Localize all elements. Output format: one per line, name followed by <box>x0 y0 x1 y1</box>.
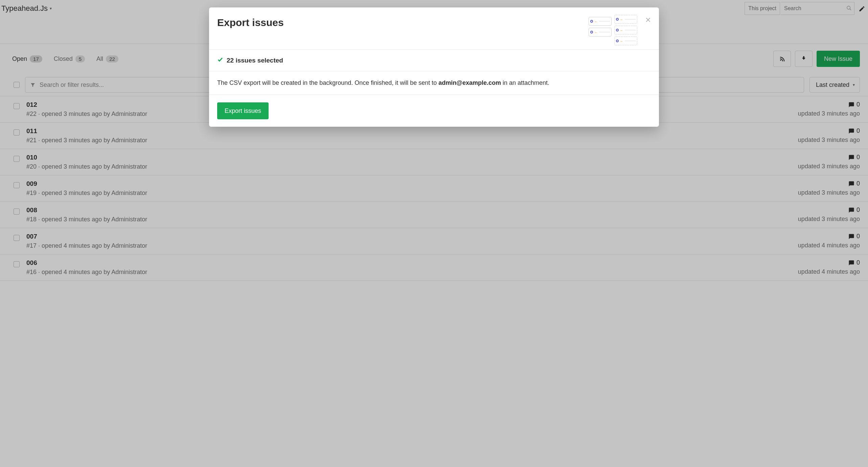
desc-email: admin@example.com <box>438 79 501 86</box>
modal-header: Export issues ← ← ← ← ← × <box>209 7 659 50</box>
desc-post: in an attachment. <box>501 79 549 86</box>
desc-pre: The CSV export will be created in the ba… <box>217 79 438 86</box>
close-icon[interactable]: × <box>645 17 651 23</box>
modal-description: The CSV export will be created in the ba… <box>209 71 659 95</box>
export-issues-button[interactable]: Export issues <box>217 102 269 119</box>
check-icon <box>217 56 223 64</box>
modal-footer: Export issues <box>209 95 659 127</box>
export-illustration: ← ← ← ← ← <box>589 17 639 41</box>
modal-selected-row: 22 issues selected <box>209 50 659 71</box>
modal-title: Export issues <box>217 17 284 28</box>
selected-text: 22 issues selected <box>227 57 283 64</box>
export-modal: Export issues ← ← ← ← ← × 22 issues sele… <box>209 7 659 127</box>
